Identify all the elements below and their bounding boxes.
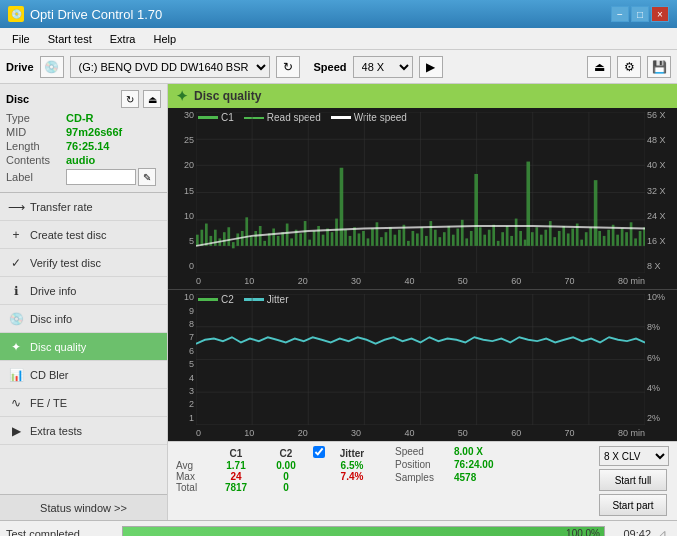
nav-disc-info-label: Disc info <box>30 313 72 325</box>
svg-rect-33 <box>272 228 275 245</box>
panel-title: Disc quality <box>194 89 261 103</box>
drive-label: Drive <box>6 61 34 73</box>
position-stat-label: Position <box>395 459 450 470</box>
sidebar: Disc ↻ ⏏ Type CD-R MID 97m26s66f Length … <box>0 84 168 520</box>
minimize-button[interactable]: − <box>611 6 629 22</box>
fe-te-icon: ∿ <box>8 395 24 411</box>
svg-rect-54 <box>367 238 370 245</box>
menu-file[interactable]: File <box>4 31 38 47</box>
save-btn[interactable]: 💾 <box>647 56 671 78</box>
nav-verify-test-disc[interactable]: ✓ Verify test disc <box>0 249 167 277</box>
chart1-y-left: 302520151050 <box>168 108 196 273</box>
clv-select[interactable]: 8 X CLV <box>599 446 669 466</box>
titlebar: 💿 Opti Drive Control 1.70 − □ × <box>0 0 677 28</box>
maximize-button[interactable]: □ <box>631 6 649 22</box>
disc-eject-btn[interactable]: ⏏ <box>143 90 161 108</box>
drive-icon-btn[interactable]: 💿 <box>40 56 64 78</box>
main-content: Disc ↻ ⏏ Type CD-R MID 97m26s66f Length … <box>0 84 677 520</box>
chart1-x-axis: 01020304050607080 min <box>196 273 645 289</box>
col-jitter-header: Jitter <box>327 446 377 460</box>
svg-rect-56 <box>376 222 379 246</box>
svg-rect-46 <box>331 232 334 246</box>
svg-rect-92 <box>535 227 538 246</box>
svg-rect-57 <box>380 237 383 246</box>
svg-rect-71 <box>443 232 446 246</box>
start-full-button[interactable]: Start full <box>599 469 667 491</box>
speed-select[interactable]: 48 X <box>353 56 413 78</box>
svg-rect-34 <box>277 236 280 246</box>
svg-rect-41 <box>308 240 311 246</box>
svg-rect-44 <box>322 235 325 246</box>
svg-rect-103 <box>585 232 588 246</box>
svg-rect-75 <box>461 220 464 246</box>
max-jitter: 7.4% <box>327 471 377 482</box>
disc-info-panel: Disc ↻ ⏏ Type CD-R MID 97m26s66f Length … <box>0 84 167 193</box>
status-window-btn[interactable]: Status window >> <box>0 494 167 520</box>
svg-rect-69 <box>434 230 437 246</box>
avg-jitter: 6.5% <box>327 460 377 471</box>
svg-rect-107 <box>603 236 606 246</box>
svg-rect-97 <box>558 231 561 246</box>
nav-cd-bler[interactable]: 📊 CD Bler <box>0 361 167 389</box>
speed-icon-btn[interactable]: ▶ <box>419 56 443 78</box>
nav-fe-te-label: FE / TE <box>30 397 67 409</box>
eject-btn[interactable]: ⏏ <box>587 56 611 78</box>
close-button[interactable]: × <box>651 6 669 22</box>
action-buttons: 8 X CLV Start full Start part <box>599 446 669 516</box>
svg-rect-45 <box>326 228 329 245</box>
svg-rect-110 <box>616 235 619 246</box>
col-c2-header: C2 <box>261 446 311 460</box>
mid-value: 97m26s66f <box>66 126 122 138</box>
label-edit-btn[interactable]: ✎ <box>138 168 156 186</box>
refresh-btn[interactable]: ↻ <box>276 56 300 78</box>
svg-rect-16 <box>196 235 199 246</box>
svg-rect-63 <box>407 241 410 246</box>
jitter-checkbox[interactable] <box>313 446 325 458</box>
svg-rect-113 <box>630 222 633 246</box>
drive-select[interactable]: (G:) BENQ DVD DD DW1640 BSRB <box>70 56 270 78</box>
chart2-x-axis: 01020304050607080 min <box>196 425 645 441</box>
drive-info-icon: ℹ <box>8 283 24 299</box>
nav-disc-quality[interactable]: ✦ Disc quality <box>0 333 167 361</box>
disc-refresh-btn[interactable]: ↻ <box>121 90 139 108</box>
label-input[interactable] <box>66 169 136 185</box>
nav-extra-tests[interactable]: ▶ Extra tests <box>0 417 167 445</box>
svg-rect-48 <box>340 168 344 246</box>
menu-starttest[interactable]: Start test <box>40 31 100 47</box>
status-text: Test completed <box>6 528 116 537</box>
svg-rect-58 <box>385 232 388 246</box>
speed-label: Speed <box>314 61 347 73</box>
svg-rect-42 <box>313 231 316 246</box>
right-stats: Speed 8.00 X Position 76:24.00 Samples 4… <box>395 446 493 483</box>
svg-rect-87 <box>515 219 518 246</box>
nav-drive-info[interactable]: ℹ Drive info <box>0 277 167 305</box>
svg-rect-73 <box>452 235 455 246</box>
nav-create-test-disc[interactable]: + Create test disc <box>0 221 167 249</box>
app-icon: 💿 <box>8 6 24 22</box>
svg-rect-80 <box>483 235 486 246</box>
svg-rect-52 <box>358 233 361 245</box>
svg-rect-24 <box>232 242 235 248</box>
menu-extra[interactable]: Extra <box>102 31 144 47</box>
svg-rect-74 <box>456 228 459 245</box>
disc-info-icon: 💿 <box>8 311 24 327</box>
disc-quality-icon: ✦ <box>8 339 24 355</box>
svg-rect-35 <box>281 232 284 246</box>
nav-transfer-rate[interactable]: ⟶ Transfer rate <box>0 193 167 221</box>
start-part-button[interactable]: Start part <box>599 494 667 516</box>
length-value: 76:25.14 <box>66 140 109 152</box>
nav-fe-te[interactable]: ∿ FE / TE <box>0 389 167 417</box>
window-title: Opti Drive Control 1.70 <box>30 7 162 22</box>
svg-rect-82 <box>492 225 495 246</box>
row-max-label: Max <box>176 471 211 482</box>
settings-btn[interactable]: ⚙ <box>617 56 641 78</box>
svg-rect-95 <box>549 221 552 246</box>
col-c1-header: C1 <box>211 446 261 460</box>
transfer-rate-icon: ⟶ <box>8 199 24 215</box>
svg-rect-105 <box>594 180 598 246</box>
menu-help[interactable]: Help <box>145 31 184 47</box>
svg-rect-86 <box>510 236 513 246</box>
nav-disc-info[interactable]: 💿 Disc info <box>0 305 167 333</box>
nav-cd-bler-label: CD Bler <box>30 369 69 381</box>
label-label: Label <box>6 171 66 183</box>
